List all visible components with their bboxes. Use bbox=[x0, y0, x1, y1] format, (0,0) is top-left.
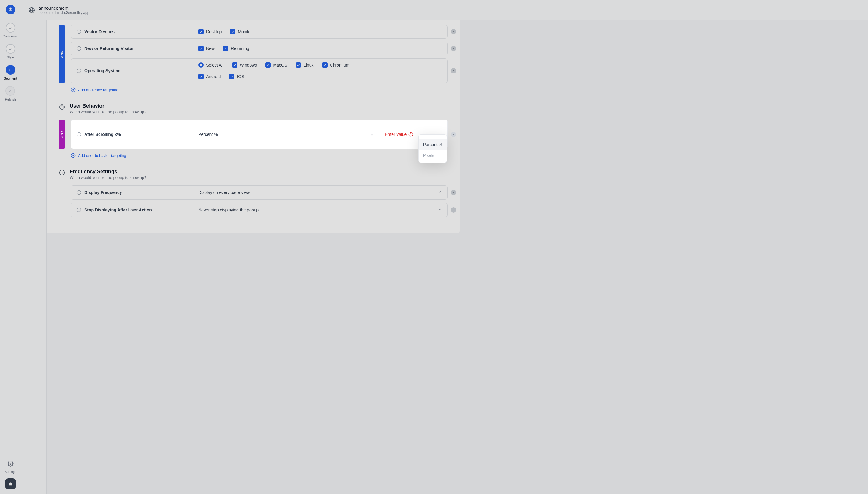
nav-step-segment[interactable]: 3 Segment bbox=[4, 65, 17, 80]
checkbox-chromium[interactable]: Chromium bbox=[322, 62, 350, 68]
and-tag: AND bbox=[59, 25, 65, 83]
svg-point-0 bbox=[10, 463, 11, 465]
dropdown-option-percent[interactable]: Percent % bbox=[419, 139, 447, 150]
add-audience-targeting-link[interactable]: Add audience targeting bbox=[71, 87, 447, 92]
app-logo[interactable] bbox=[6, 5, 15, 15]
section-title: Frequency Settings bbox=[70, 169, 146, 175]
checkbox-windows[interactable]: Windows bbox=[232, 62, 257, 68]
checkbox-desktop[interactable]: Desktop bbox=[198, 29, 222, 34]
check-icon bbox=[6, 44, 15, 54]
info-icon[interactable] bbox=[77, 190, 81, 195]
remove-rule-button[interactable] bbox=[451, 46, 456, 51]
step-number: 3 bbox=[6, 65, 15, 75]
chevron-down-icon bbox=[438, 207, 442, 213]
briefcase-button[interactable] bbox=[5, 478, 16, 489]
stop-displaying-select[interactable]: Never stop displaying the popup bbox=[193, 203, 447, 217]
rule-operating-system: Operating System Select All Windows MacO… bbox=[71, 58, 447, 83]
info-icon[interactable] bbox=[77, 29, 81, 34]
checkbox-new[interactable]: New bbox=[198, 46, 215, 51]
gear-icon bbox=[7, 461, 14, 468]
remove-rule-button[interactable] bbox=[451, 29, 456, 34]
page-title: announcement bbox=[39, 5, 89, 11]
checkbox-mobile[interactable]: Mobile bbox=[230, 29, 250, 34]
globe-icon bbox=[28, 7, 35, 14]
info-icon[interactable] bbox=[77, 46, 81, 51]
rule-label: Display Frequency bbox=[85, 190, 122, 195]
nav-label: Publish bbox=[5, 98, 16, 101]
any-tag: ANY bbox=[59, 119, 65, 149]
rule-display-frequency: Display Frequency Display on every page … bbox=[71, 185, 447, 200]
chevron-down-icon bbox=[438, 190, 442, 195]
section-title: User Behavior bbox=[70, 103, 146, 109]
scroll-unit-dropdown: Percent % Pixels bbox=[418, 134, 447, 163]
nav-label: Segment bbox=[4, 77, 17, 80]
nav-step-customize[interactable]: Customize bbox=[3, 23, 18, 38]
checkbox-android[interactable]: Android bbox=[198, 74, 221, 79]
rule-label: Stop Displaying After User Action bbox=[85, 208, 152, 212]
history-icon bbox=[59, 169, 66, 176]
value-input-error[interactable]: Enter Value bbox=[380, 120, 419, 149]
sidebar: Customize Style 3 Segment 4 Publish Sett… bbox=[0, 0, 21, 494]
chevron-up-icon bbox=[370, 132, 374, 137]
checkbox-ios[interactable]: IOS bbox=[229, 74, 244, 79]
remove-rule-button[interactable] bbox=[451, 207, 456, 213]
rule-label: After Scrolling x% bbox=[85, 132, 121, 137]
check-icon bbox=[6, 23, 15, 33]
remove-rule-button[interactable] bbox=[451, 190, 456, 195]
nav-step-style[interactable]: Style bbox=[6, 44, 15, 59]
info-icon[interactable] bbox=[77, 132, 81, 137]
info-icon[interactable] bbox=[77, 69, 81, 73]
rule-label: Operating System bbox=[85, 69, 121, 73]
nav-settings[interactable]: Settings bbox=[4, 461, 17, 474]
rule-label: Visitor Devices bbox=[85, 29, 114, 34]
section-subtitle: When would you like the popup to show up… bbox=[70, 175, 146, 180]
target-icon bbox=[59, 103, 66, 110]
left-gutter bbox=[21, 20, 47, 494]
nav-step-publish[interactable]: 4 Publish bbox=[5, 86, 16, 101]
nav-label: Style bbox=[7, 55, 14, 59]
nav-label: Customize bbox=[3, 34, 18, 38]
page-header: announcement poetic-muffin-cbc3ee.netlif… bbox=[21, 0, 868, 20]
checkbox-macos[interactable]: MacOS bbox=[265, 62, 287, 68]
remove-rule-button[interactable] bbox=[451, 68, 456, 74]
nav-label: Settings bbox=[4, 470, 17, 474]
remove-rule-button[interactable] bbox=[451, 132, 456, 137]
rule-label: New or Returning Visitor bbox=[85, 46, 134, 51]
checkbox-returning[interactable]: Returning bbox=[223, 46, 249, 51]
rule-visitor-devices: Visitor Devices Desktop Mobile bbox=[71, 25, 447, 39]
info-icon[interactable] bbox=[77, 208, 81, 212]
checkbox-linux[interactable]: Linux bbox=[296, 62, 313, 68]
rule-after-scrolling: After Scrolling x% Percent % Ent bbox=[71, 119, 447, 149]
display-frequency-select[interactable]: Display on every page view bbox=[193, 186, 447, 200]
rule-stop-displaying: Stop Displaying After User Action Never … bbox=[71, 203, 447, 217]
add-behavior-targeting-link[interactable]: Add user behavior targeting bbox=[71, 153, 447, 158]
page-subtitle: poetic-muffin-cbc3ee.netlify.app bbox=[39, 11, 89, 15]
dropdown-option-pixels[interactable]: Pixels bbox=[419, 150, 447, 161]
scroll-unit-select[interactable]: Percent % bbox=[193, 120, 380, 149]
step-number: 4 bbox=[5, 86, 15, 96]
svg-point-6 bbox=[60, 104, 65, 110]
section-subtitle: When would you like the popup to show up… bbox=[70, 110, 146, 114]
rule-new-returning: New or Returning Visitor New Returning bbox=[71, 42, 447, 55]
radio-select-all[interactable]: Select All bbox=[198, 62, 224, 68]
